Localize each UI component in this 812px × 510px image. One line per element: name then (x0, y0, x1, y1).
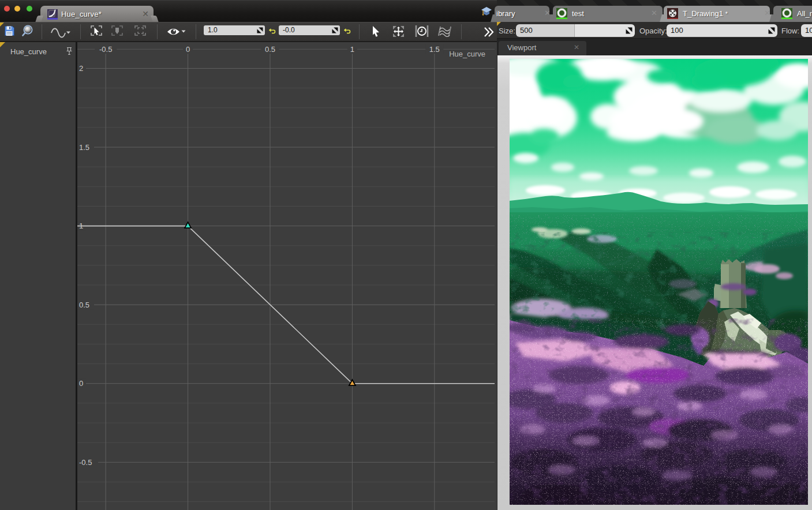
svg-text:1.5: 1.5 (429, 45, 440, 54)
svg-text:0.5: 0.5 (265, 45, 275, 54)
svg-text:0.5: 0.5 (79, 301, 89, 309)
svg-text:-0.5: -0.5 (99, 45, 112, 54)
svg-text:-0.5: -0.5 (79, 458, 92, 467)
svg-text:0: 0 (79, 379, 83, 388)
svg-text:2: 2 (79, 64, 83, 73)
svg-text:0: 0 (186, 45, 190, 54)
svg-text:Hue_curve: Hue_curve (449, 50, 485, 58)
svg-text:1: 1 (350, 45, 354, 54)
svg-text:1.5: 1.5 (79, 143, 89, 152)
